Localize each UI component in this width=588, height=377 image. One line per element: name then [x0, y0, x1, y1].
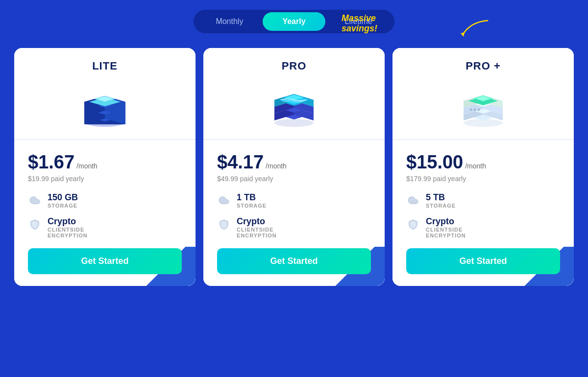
price-period-proplus: /month	[465, 162, 486, 170]
feature-storage-pro: 1 TB STORAGE	[217, 192, 371, 209]
feature-crypto-pro: Crypto CLIENTSIDE ENCRYPTION	[217, 216, 371, 238]
price-row-pro: $4.17 /month	[217, 152, 371, 173]
feature-text-storage-lite: 150 GB STORAGE	[48, 192, 78, 209]
svg-point-42	[477, 109, 480, 111]
plan-name-pro: PRO	[215, 60, 373, 72]
storage-label-proplus: STORAGE	[426, 203, 456, 209]
storage-label-pro: STORAGE	[237, 203, 267, 209]
get-started-lite[interactable]: Get Started	[28, 248, 182, 274]
plans-container: LITE	[0, 48, 588, 286]
get-started-pro[interactable]: Get Started	[217, 248, 371, 274]
crypto-value-proplus: Crypto	[426, 216, 466, 227]
tab-yearly[interactable]: Yearly	[263, 12, 325, 31]
savings-label: Massive savings!	[342, 13, 377, 34]
feature-text-crypto-pro: Crypto CLIENTSIDE ENCRYPTION	[237, 216, 277, 238]
cloud-icon-pro	[217, 193, 231, 207]
storage-value-lite: 150 GB	[48, 192, 78, 203]
svg-point-40	[469, 109, 472, 111]
feature-crypto-proplus: Crypto CLIENTSIDE ENCRYPTION	[406, 216, 560, 238]
card-bottom-pro: $4.17 /month $49.99 paid yearly 1 TB STO…	[203, 140, 385, 286]
price-yearly-proplus: $179.99 paid yearly	[406, 175, 560, 183]
cloud-icon-proplus	[406, 193, 420, 207]
crypto-label-lite: CLIENTSIDE ENCRYPTION	[48, 227, 88, 238]
header: Monthly Yearly Lifetime Massive savings!	[0, 0, 588, 48]
card-top-pro: PRO	[203, 48, 385, 140]
price-row-lite: $1.67 /month	[28, 152, 182, 173]
price-row-proplus: $15.00 /month	[406, 152, 560, 173]
storage-value-pro: 1 TB	[237, 192, 267, 203]
plan-icon-pro	[265, 80, 323, 129]
feature-storage-lite: 150 GB STORAGE	[28, 192, 182, 209]
feature-text-storage-pro: 1 TB STORAGE	[237, 192, 267, 209]
plan-icon-proplus	[454, 80, 513, 129]
crypto-value-pro: Crypto	[237, 216, 277, 227]
plan-name-proplus: PRO +	[404, 60, 562, 72]
price-yearly-lite: $19.99 paid yearly	[28, 175, 182, 183]
get-started-proplus[interactable]: Get Started	[406, 248, 560, 274]
price-yearly-pro: $49.99 paid yearly	[217, 175, 371, 183]
shield-icon-pro	[217, 217, 231, 231]
feature-storage-proplus: 5 TB STORAGE	[406, 192, 560, 209]
shield-icon-proplus	[406, 217, 420, 231]
storage-label-lite: STORAGE	[48, 203, 78, 209]
price-main-pro: $4.17	[217, 152, 264, 173]
card-bottom-proplus: $15.00 /month $179.99 paid yearly 5 TB S…	[392, 140, 574, 286]
plan-card-lite: LITE	[14, 48, 196, 286]
svg-point-15	[274, 119, 314, 127]
card-top-proplus: PRO +	[392, 48, 574, 140]
plan-card-proplus: PRO +	[392, 48, 574, 286]
svg-marker-0	[461, 32, 465, 37]
storage-value-proplus: 5 TB	[426, 192, 456, 203]
price-period-lite: /month	[76, 162, 98, 170]
savings-arrow-icon	[461, 20, 490, 37]
cloud-icon-lite	[28, 193, 42, 207]
price-main-lite: $1.67	[28, 152, 74, 173]
feature-crypto-lite: Crypto CLIENTSIDE ENCRYPTION	[28, 216, 182, 238]
svg-point-41	[473, 109, 476, 111]
crypto-label-proplus: CLIENTSIDE ENCRYPTION	[426, 227, 466, 238]
shield-icon-lite	[28, 217, 42, 231]
plan-card-pro: PRO	[203, 48, 385, 286]
card-top-lite: LITE	[14, 48, 196, 140]
feature-text-storage-proplus: 5 TB STORAGE	[426, 192, 456, 209]
crypto-label-pro: CLIENTSIDE ENCRYPTION	[237, 227, 277, 238]
feature-text-crypto-proplus: Crypto CLIENTSIDE ENCRYPTION	[426, 216, 466, 238]
feature-text-crypto-lite: Crypto CLIENTSIDE ENCRYPTION	[48, 216, 88, 238]
price-main-proplus: $15.00	[406, 152, 463, 173]
plan-name-lite: LITE	[26, 60, 184, 72]
crypto-value-lite: Crypto	[48, 216, 88, 227]
card-bottom-lite: $1.67 /month $19.99 paid yearly 150 GB S…	[14, 140, 196, 286]
price-period-pro: /month	[266, 162, 287, 170]
plan-icon-lite	[75, 80, 134, 129]
tab-monthly[interactable]: Monthly	[196, 12, 263, 31]
